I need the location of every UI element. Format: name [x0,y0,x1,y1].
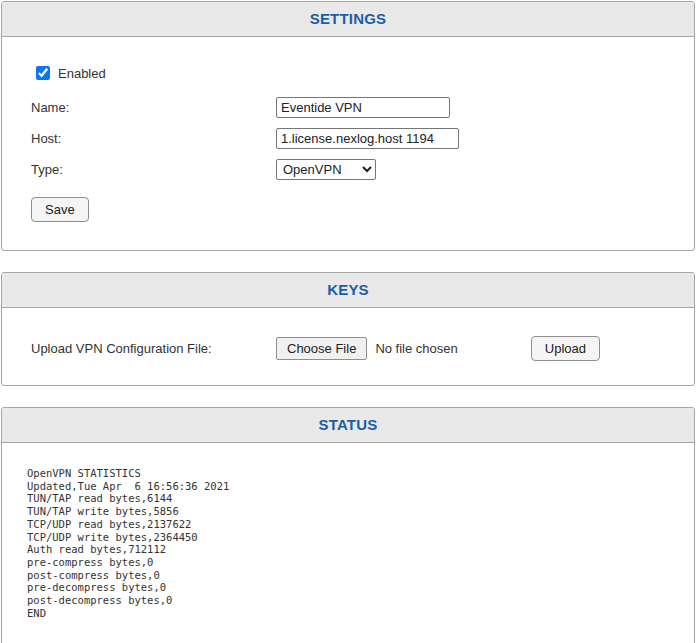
status-panel-title: STATUS [2,408,694,443]
save-row: Save [31,197,664,222]
settings-panel-body: Enabled Name: Host: Type: OpenVPN Save [2,37,694,250]
type-row: Type: OpenVPN [31,159,664,180]
type-label: Type: [31,162,276,177]
no-file-chosen-text: No file chosen [375,341,457,356]
upload-button[interactable]: Upload [531,336,600,361]
name-label: Name: [31,100,276,115]
host-row: Host: [31,128,664,149]
type-select[interactable]: OpenVPN [276,159,376,180]
enabled-row: Enabled [36,65,664,81]
name-input[interactable] [276,97,450,118]
openvpn-statistics-output: OpenVPN STATISTICS Updated,Tue Apr 6 16:… [27,467,669,619]
choose-file-button[interactable]: Choose File [276,337,367,360]
status-panel-body: OpenVPN STATISTICS Updated,Tue Apr 6 16:… [2,443,694,643]
enabled-checkbox[interactable] [36,66,50,80]
settings-panel: SETTINGS Enabled Name: Host: Type: OpenV… [1,1,695,251]
settings-panel-title: SETTINGS [2,2,694,37]
host-label: Host: [31,131,276,146]
name-row: Name: [31,97,664,118]
host-input[interactable] [276,128,459,149]
keys-panel-body: Upload VPN Configuration File: Choose Fi… [2,308,694,385]
upload-config-label: Upload VPN Configuration File: [31,341,276,356]
save-button[interactable]: Save [31,197,89,222]
keys-panel-title: KEYS [2,273,694,308]
enabled-label[interactable]: Enabled [58,66,106,81]
vpn-settings-page: SETTINGS Enabled Name: Host: Type: OpenV… [0,0,696,643]
status-panel: STATUS OpenVPN STATISTICS Updated,Tue Ap… [1,407,695,643]
file-input-group: Choose File No file chosen [276,337,458,360]
keys-panel: KEYS Upload VPN Configuration File: Choo… [1,272,695,386]
